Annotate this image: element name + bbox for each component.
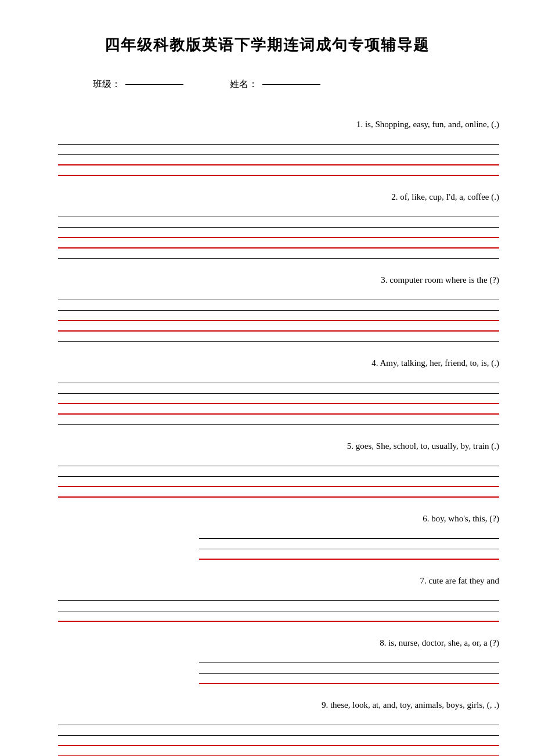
question-block-5: 5. goes, She, school, to, usually, by, t…: [58, 441, 499, 498]
question-prompt-6: 6. boy, who's, this, (?): [423, 514, 499, 524]
question-prompt-2: 2. of, like, cup, I'd, a, coffee (.): [391, 192, 499, 202]
answer-line: [58, 383, 499, 394]
answer-lines-9: [58, 715, 499, 756]
answer-line: [199, 549, 499, 560]
answer-line: [58, 207, 499, 217]
question-block-6: 6. boy, who's, this, (?): [58, 514, 499, 560]
answer-line: [58, 466, 499, 477]
question-block-2: 2. of, like, cup, I'd, a, coffee (.): [58, 192, 499, 259]
student-info: 班级： 姓名：: [35, 78, 499, 91]
answer-line: [58, 591, 499, 601]
answer-lines-4: [58, 373, 499, 425]
name-underline: [262, 84, 320, 85]
answer-line: [58, 746, 499, 756]
answer-line: [199, 528, 499, 539]
question-prompt-9: 9. these, look, at, and, toy, animals, b…: [322, 700, 499, 710]
answer-line: [58, 611, 499, 622]
answer-lines-6: [199, 528, 499, 560]
answer-line: [58, 249, 499, 259]
answer-line: [58, 155, 499, 165]
answer-lines-5: [58, 456, 499, 498]
answer-line: [58, 311, 499, 321]
answer-line: [58, 394, 499, 404]
answer-line: [58, 238, 499, 249]
answer-line: [58, 145, 499, 155]
answer-line: [58, 736, 499, 746]
answer-line: [58, 165, 499, 176]
questions-container: 1. is, Shopping, easy, fun, and, online,…: [35, 120, 499, 756]
answer-line: [58, 321, 499, 332]
answer-line: [58, 601, 499, 611]
answer-lines-3: [58, 290, 499, 342]
answer-line: [58, 487, 499, 498]
answer-lines-1: [58, 134, 499, 176]
answer-line: [199, 539, 499, 549]
question-prompt-5: 5. goes, She, school, to, usually, by, t…: [347, 441, 499, 451]
answer-line: [58, 290, 499, 300]
question-prompt-1: 1. is, Shopping, easy, fun, and, online,…: [356, 120, 499, 129]
answer-lines-8: [199, 653, 499, 684]
page-title: 四年级科教版英语下学期连词成句专项辅导题: [35, 35, 499, 55]
answer-line: [58, 456, 499, 466]
answer-line: [199, 674, 499, 684]
question-block-4: 4. Amy, talking, her, friend, to, is, (.…: [58, 358, 499, 425]
answer-line: [199, 653, 499, 663]
question-prompt-8: 8. is, nurse, doctor, she, a, or, a (?): [380, 638, 499, 648]
answer-line: [58, 715, 499, 725]
answer-lines-2: [58, 207, 499, 259]
question-block-3: 3. computer room where is the (?): [58, 275, 499, 342]
name-field: 姓名：: [230, 78, 320, 91]
answer-line: [58, 217, 499, 228]
question-prompt-7: 7. cute are fat they and: [420, 576, 499, 586]
answer-line: [58, 300, 499, 311]
question-block-8: 8. is, nurse, doctor, she, a, or, a (?): [58, 638, 499, 684]
answer-line: [58, 134, 499, 145]
class-underline: [125, 84, 183, 85]
answer-line: [58, 415, 499, 425]
answer-line: [58, 404, 499, 415]
question-block-9: 9. these, look, at, and, toy, animals, b…: [58, 700, 499, 756]
question-prompt-3: 3. computer room where is the (?): [381, 275, 499, 285]
answer-line: [58, 725, 499, 736]
answer-line: [58, 228, 499, 238]
question-prompt-4: 4. Amy, talking, her, friend, to, is, (.…: [371, 358, 499, 368]
answer-line: [58, 373, 499, 383]
question-block-1: 1. is, Shopping, easy, fun, and, online,…: [58, 120, 499, 176]
answer-line: [58, 477, 499, 487]
class-field: 班级：: [93, 78, 183, 91]
name-label: 姓名：: [230, 78, 258, 91]
answer-line: [58, 332, 499, 342]
answer-line: [199, 663, 499, 674]
answer-lines-7: [58, 591, 499, 622]
question-block-7: 7. cute are fat they and: [58, 576, 499, 622]
class-label: 班级：: [93, 78, 121, 91]
